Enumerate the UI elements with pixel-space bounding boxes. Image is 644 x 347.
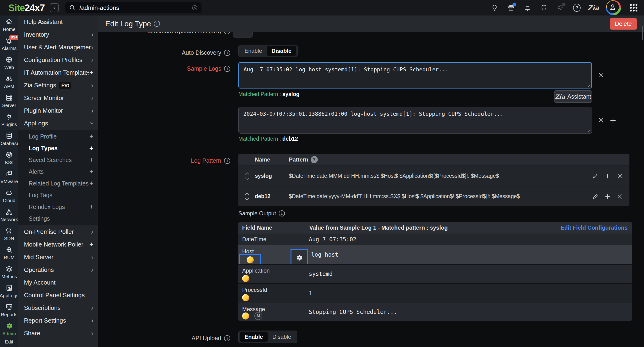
move-down-icon[interactable] bbox=[245, 177, 250, 180]
rail-item-web[interactable]: Web bbox=[0, 53, 18, 72]
field-type-ball-icon[interactable] bbox=[242, 294, 249, 301]
search-input[interactable] bbox=[79, 4, 192, 12]
plus-icon[interactable] bbox=[89, 69, 94, 76]
nav-server-monitor[interactable]: Server Monitor bbox=[18, 92, 98, 104]
rail-item-applogs[interactable]: AppLogs bbox=[0, 282, 18, 301]
nav-configuration-profiles[interactable]: Configuration Profiles bbox=[18, 53, 98, 66]
plus-icon[interactable] bbox=[89, 145, 94, 152]
nav-user-alert-management[interactable]: User & Alert Management bbox=[18, 41, 98, 53]
help-icon[interactable] bbox=[573, 4, 580, 11]
api-upload-disable[interactable]: Disable bbox=[268, 332, 296, 342]
rail-item-metrics[interactable]: Metrics bbox=[0, 263, 18, 282]
plus-icon[interactable] bbox=[89, 133, 94, 140]
global-search[interactable] bbox=[65, 2, 202, 13]
rail-item-rum[interactable]: RUM bbox=[0, 244, 18, 263]
rail-item-server[interactable]: Server bbox=[0, 92, 18, 111]
nav-my-account[interactable]: My Account bbox=[18, 276, 98, 289]
info-icon[interactable] bbox=[224, 66, 230, 72]
auto-discovery-disable[interactable]: Disable bbox=[267, 46, 296, 56]
nav-report-settings[interactable]: Report Settings bbox=[18, 314, 98, 327]
rail-item-edit[interactable]: Edit bbox=[0, 339, 18, 346]
rail-item-network[interactable]: Network bbox=[0, 206, 18, 225]
nav-alerts[interactable]: Alerts bbox=[18, 166, 98, 177]
info-icon[interactable] bbox=[279, 210, 285, 216]
move-up-icon[interactable] bbox=[245, 193, 250, 195]
delete-pattern-icon[interactable] bbox=[617, 193, 623, 200]
zia-icon[interactable]: Zia bbox=[590, 4, 597, 11]
api-upload-enable[interactable]: Enable bbox=[240, 332, 268, 342]
security-shield-icon[interactable] bbox=[540, 4, 548, 11]
nav-plugin-monitor[interactable]: Plugin Monitor bbox=[18, 104, 98, 117]
edit-pencil-icon[interactable] bbox=[592, 173, 598, 179]
info-icon[interactable] bbox=[154, 21, 160, 27]
rail-item-sdn[interactable]: SDN bbox=[0, 225, 18, 244]
field-settings-gear-icon[interactable] bbox=[296, 254, 303, 261]
field-type-ball-icon[interactable] bbox=[246, 256, 254, 263]
nav-control-panel-settings[interactable]: Control Panel Settings bbox=[18, 289, 98, 302]
multiline-badge[interactable]: M bbox=[254, 312, 262, 320]
field-type-ball-icon[interactable] bbox=[242, 275, 249, 282]
pattern-help-icon[interactable] bbox=[311, 156, 318, 163]
nav-related-log-templates[interactable]: Related Log Templates bbox=[18, 177, 98, 189]
user-avatar[interactable] bbox=[606, 0, 621, 15]
sample-log-1-textarea[interactable]: Aug 7 07:35:02 log-host systemd[1]: Stop… bbox=[238, 62, 592, 88]
nav-saved-searches[interactable]: Saved Searches bbox=[18, 154, 98, 166]
nav-zia-settings[interactable]: Zia SettingsPvt bbox=[18, 79, 98, 92]
nav-log-tags[interactable]: Log Tags bbox=[18, 189, 98, 201]
edit-field-configurations-link[interactable]: Edit Field Configurations bbox=[560, 224, 628, 231]
zia-assistant-button[interactable]: Zia Assistant bbox=[554, 90, 592, 103]
auto-discovery-enable[interactable]: Enable bbox=[240, 46, 267, 56]
info-icon[interactable] bbox=[224, 50, 230, 56]
move-down-icon[interactable] bbox=[245, 198, 250, 201]
delete-pattern-icon[interactable] bbox=[617, 173, 623, 179]
edit-pencil-icon[interactable] bbox=[592, 193, 598, 200]
nav-on-premise-poller[interactable]: On-Premise Poller bbox=[18, 225, 98, 238]
delete-button[interactable]: Delete bbox=[610, 18, 637, 29]
search-clear-icon[interactable] bbox=[192, 5, 198, 11]
move-up-icon[interactable] bbox=[245, 172, 250, 175]
plus-icon[interactable] bbox=[89, 203, 94, 210]
add-sample-log-icon[interactable] bbox=[610, 117, 616, 124]
add-pattern-icon[interactable] bbox=[604, 193, 611, 200]
nav-it-automation-templates[interactable]: IT Automation Templates bbox=[18, 66, 98, 79]
sidebar-collapse-button[interactable] bbox=[50, 3, 59, 12]
field-type-ball-icon[interactable] bbox=[242, 313, 249, 320]
nav-share[interactable]: Share bbox=[18, 327, 98, 340]
apps-grid-icon[interactable] bbox=[630, 4, 638, 11]
rail-item-home[interactable]: Home bbox=[0, 15, 18, 34]
info-icon[interactable] bbox=[224, 335, 230, 341]
notifications-bell-icon[interactable] bbox=[524, 4, 531, 11]
remove-sample-log-icon[interactable] bbox=[598, 117, 604, 123]
plus-icon[interactable] bbox=[89, 168, 94, 175]
plus-icon[interactable] bbox=[89, 241, 94, 248]
nav-reindex-logs[interactable]: ReIndex Logs bbox=[18, 201, 98, 213]
rail-item-admin[interactable]: Admin bbox=[0, 320, 18, 339]
nav-settings[interactable]: Settings bbox=[18, 213, 98, 224]
add-pattern-icon[interactable] bbox=[604, 173, 611, 179]
nav-operations[interactable]: Operations bbox=[18, 263, 98, 276]
rail-item-alarms[interactable]: 99+ Alarms bbox=[0, 34, 18, 53]
nav-applogs[interactable]: AppLogs bbox=[18, 117, 98, 130]
nav-help-assistant[interactable]: Help Assistant bbox=[18, 15, 98, 28]
rail-item-vmware[interactable]: VMware bbox=[0, 168, 18, 187]
nav-mid-server[interactable]: Mid Server bbox=[18, 251, 98, 263]
nav-inventory[interactable]: Inventory bbox=[18, 28, 98, 41]
ideas-icon[interactable] bbox=[491, 4, 498, 11]
nav-mobile-network-poller[interactable]: Mobile Network Poller bbox=[18, 238, 98, 251]
sample-log-2-textarea[interactable]: 2024-03-07T07:35:01.138862+01:00 log-hos… bbox=[238, 107, 592, 134]
whats-new-gift-icon[interactable] bbox=[507, 4, 515, 11]
nav-subscriptions[interactable]: Subscriptions bbox=[18, 302, 98, 314]
plus-icon[interactable] bbox=[89, 156, 94, 163]
plus-icon[interactable] bbox=[89, 180, 94, 187]
nav-log-profile[interactable]: Log Profile bbox=[18, 131, 98, 142]
vertical-scrollbar[interactable] bbox=[642, 26, 643, 40]
rail-item-database[interactable]: Database bbox=[0, 130, 18, 149]
rail-item-reports[interactable]: Reports bbox=[0, 301, 18, 320]
info-icon[interactable] bbox=[224, 158, 230, 164]
rail-item-plugins[interactable]: Plugins bbox=[0, 111, 18, 130]
rail-item-apm[interactable]: APM bbox=[0, 72, 18, 92]
announcements-megaphone-icon[interactable] bbox=[557, 4, 564, 11]
rail-item-k8s[interactable]: K8s bbox=[0, 149, 18, 168]
remove-sample-log-icon[interactable] bbox=[598, 72, 604, 78]
rail-item-cloud[interactable]: Cloud bbox=[0, 187, 18, 206]
